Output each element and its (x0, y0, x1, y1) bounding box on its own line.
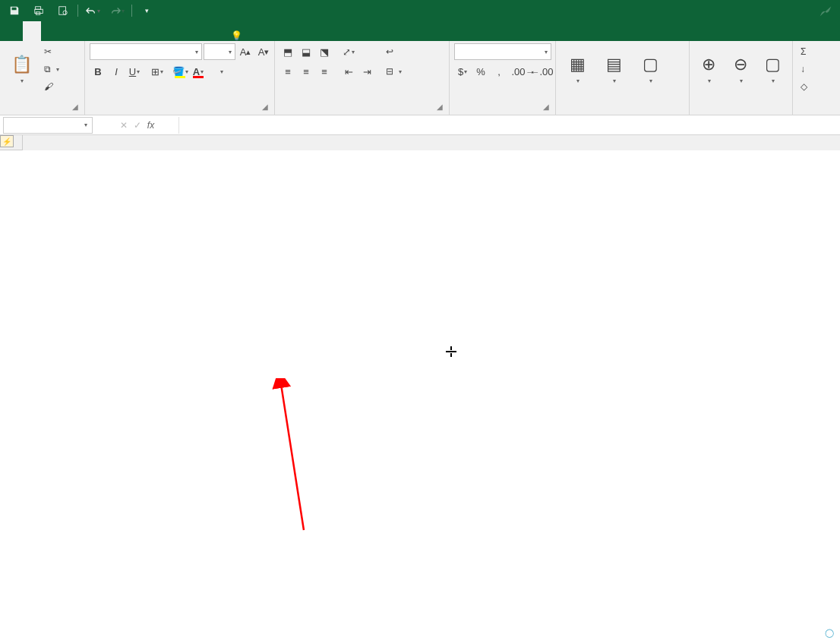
fill-button[interactable]: ↓ (797, 61, 810, 77)
paste-button[interactable]: 📋 ▾ (5, 43, 38, 95)
lightbulb-icon: 💡 (231, 30, 242, 41)
autofill-options-icon[interactable]: ⚡ (0, 135, 14, 147)
decrease-indent-icon[interactable]: ⇤ (340, 63, 357, 80)
customize-qat-icon[interactable]: ▾ (135, 2, 158, 20)
font-color-button[interactable]: A▾ (190, 63, 207, 80)
merge-center-button[interactable]: ⊟▾ (383, 63, 405, 80)
cond-format-icon: ▦ (570, 55, 586, 74)
wrap-text-button[interactable]: ↩ (383, 43, 405, 60)
number-launcher-icon[interactable]: ◢ (543, 103, 552, 112)
align-center-icon[interactable]: ≡ (298, 63, 314, 80)
insert-cells-button[interactable]: ⊕▾ (694, 43, 723, 95)
cell-cursor-icon (446, 346, 456, 357)
increase-indent-icon[interactable]: ⇥ (358, 63, 375, 80)
ribbon-tabs: 💡 (0, 21, 840, 41)
table-style-icon: ▤ (606, 55, 622, 74)
align-middle-icon[interactable]: ⬓ (298, 43, 314, 60)
format-painter-button[interactable]: 🖌 (41, 78, 62, 95)
tab-dev[interactable] (150, 21, 169, 41)
tab-view[interactable] (132, 21, 150, 41)
app-logo-icon (819, 4, 832, 20)
copy-button[interactable]: ⧉▾ (41, 61, 62, 77)
percent-button[interactable]: % (472, 63, 489, 80)
autosum-button[interactable]: Σ (797, 43, 811, 60)
cell-style-icon: ▢ (643, 55, 658, 74)
decrease-decimal-icon[interactable]: ←.00 (533, 63, 550, 80)
cut-button[interactable]: ✂ (41, 43, 62, 60)
group-cells-label (694, 110, 788, 113)
align-bottom-icon[interactable]: ⬔ (316, 43, 333, 60)
save-icon[interactable] (3, 2, 26, 20)
format-as-table-button[interactable]: ▤▾ (597, 43, 630, 95)
group-number-label (454, 110, 551, 113)
spreadsheet-grid[interactable]: ⚡ (0, 135, 840, 621)
tab-formulas[interactable] (77, 21, 96, 41)
cancel-formula-icon[interactable]: ✕ (120, 120, 128, 131)
insert-cell-icon: ⊕ (702, 55, 715, 74)
tab-pdf[interactable] (169, 21, 187, 41)
tab-layout[interactable] (59, 21, 77, 41)
print-preview-icon[interactable] (52, 2, 74, 20)
number-format-combo[interactable]: ▾ (454, 43, 551, 60)
currency-button[interactable]: $▾ (454, 63, 471, 80)
align-left-icon[interactable]: ≡ (279, 63, 296, 80)
bold-button[interactable]: B (90, 63, 106, 80)
quick-access-toolbar: ▾ ▾ ▾ (0, 2, 161, 20)
clipboard-icon: 📋 (11, 55, 32, 74)
tab-file[interactable] (5, 21, 23, 41)
font-size-combo[interactable]: ▾ (204, 43, 235, 60)
title-bar: ▾ ▾ ▾ (0, 0, 840, 21)
align-top-icon[interactable]: ⬒ (279, 43, 296, 60)
border-button[interactable]: ⊞▾ (149, 63, 166, 80)
formula-bar: ▾ ✕ ✓ fx (0, 115, 840, 135)
fx-icon[interactable]: fx (147, 120, 154, 131)
fill-down-icon: ↓ (801, 64, 805, 74)
align-launcher-icon[interactable]: ◢ (437, 103, 446, 112)
italic-button[interactable]: I (108, 63, 125, 80)
comma-button[interactable]: , (491, 63, 507, 80)
delete-cell-icon: ⊖ (734, 55, 747, 74)
conditional-format-button[interactable]: ▦▾ (561, 43, 594, 95)
clipboard-launcher-icon[interactable]: ◢ (72, 103, 81, 112)
ribbon: 📋 ▾ ✂ ⧉▾ 🖌 ◢ ▾ ▾ A▴ A▾ B I U▾ (0, 41, 840, 115)
column-headers[interactable] (23, 135, 840, 150)
svg-line-5 (281, 384, 304, 530)
increase-font-icon[interactable]: A▴ (237, 43, 254, 60)
accept-formula-icon[interactable]: ✓ (134, 120, 141, 131)
brush-icon: 🖌 (44, 81, 53, 92)
svg-rect-0 (36, 7, 41, 10)
watermark: ◯ (825, 626, 834, 638)
clear-button[interactable]: ◇ (797, 78, 813, 95)
tab-insert[interactable] (41, 21, 59, 41)
tab-data[interactable] (96, 21, 114, 41)
cell-styles-button[interactable]: ▢▾ (633, 43, 667, 95)
tell-me-search[interactable]: 💡 (231, 30, 245, 41)
undo-icon[interactable]: ▾ (81, 2, 104, 20)
group-align-label (279, 110, 444, 113)
format-cell-icon: ▢ (765, 55, 781, 74)
merge-icon: ⊟ (386, 66, 393, 77)
font-name-combo[interactable]: ▾ (90, 43, 202, 60)
copy-icon: ⧉ (44, 64, 51, 74)
decrease-font-icon[interactable]: A▾ (255, 43, 272, 60)
quick-print-icon[interactable] (27, 2, 50, 20)
eraser-icon: ◇ (801, 81, 807, 92)
tab-wps[interactable] (187, 21, 205, 41)
group-clipboard-label (5, 110, 80, 113)
scissors-icon: ✂ (44, 46, 52, 57)
redo-icon[interactable]: ▾ (106, 2, 128, 20)
name-box[interactable]: ▾ (3, 117, 93, 134)
orientation-icon[interactable]: ⤢▾ (340, 43, 357, 60)
wrap-icon: ↩ (386, 46, 393, 57)
delete-cells-button[interactable]: ⊖▾ (726, 43, 755, 95)
align-right-icon[interactable]: ≡ (316, 63, 333, 80)
tab-baidu[interactable] (205, 21, 223, 41)
format-cells-button[interactable]: ▢▾ (759, 43, 788, 95)
font-launcher-icon[interactable]: ◢ (262, 103, 271, 112)
tab-home[interactable] (23, 21, 41, 41)
phonetic-button[interactable]: ▾ (213, 63, 229, 80)
fill-color-button[interactable]: 🪣▾ (172, 63, 188, 80)
tab-review[interactable] (114, 21, 132, 41)
sigma-icon: Σ (801, 46, 806, 57)
underline-button[interactable]: U▾ (126, 63, 143, 80)
